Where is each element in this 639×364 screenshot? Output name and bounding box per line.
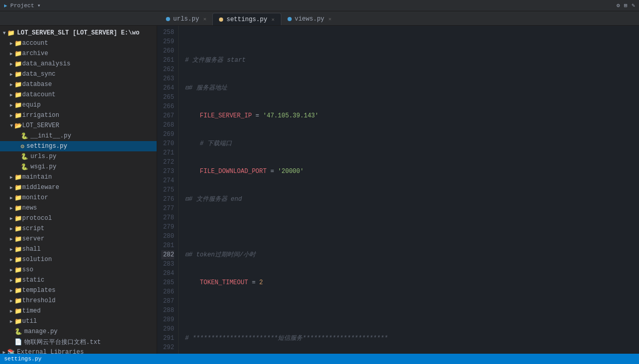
folder-icon-datacount: 📁 (14, 91, 22, 99)
sidebar-item-util[interactable]: ▶ 📁 util (0, 316, 157, 326)
sidebar-item-urls[interactable]: ▶ 🐍 urls.py (0, 151, 157, 162)
sidebar-item-protocol[interactable]: ▶ 📁 protocol (0, 213, 157, 223)
file-icon-init: 🐍 (21, 132, 28, 140)
tree-root: ▶ 📁 LOT_SERVER_SLT [LOT_SERVER] E:\wo ▶ … (0, 26, 157, 354)
arrow-shall: ▶ (8, 247, 14, 252)
code-editor[interactable]: 258 259 260 261 262 263 264 265 266 267 … (157, 26, 639, 354)
file-icon-urls: 🐍 (21, 153, 28, 161)
sidebar-item-external-libraries[interactable]: ▶ 📚 External Libraries (0, 347, 157, 354)
tab-views-py[interactable]: views.py ✕ (281, 13, 338, 25)
folder-icon-irrigation: 📁 (14, 112, 22, 119)
sidebar-item-equip[interactable]: ▶ 📁 equip (0, 100, 157, 110)
tab-settings-py[interactable]: settings.py ✕ (212, 13, 281, 25)
sidebar-item-static[interactable]: ▶ 📁 static (0, 275, 157, 285)
toolbar-icon-3[interactable]: ✎ (631, 2, 635, 9)
sidebar-item-maintain[interactable]: ▶ 📁 maintain (0, 172, 157, 182)
sidebar-item-database[interactable]: ▶ 📁 database (0, 79, 157, 90)
sidebar-item-datacount[interactable]: ▶ 📁 datacount (0, 90, 157, 100)
label-wsgi: wsgi.py (30, 163, 56, 170)
tab-urls-py[interactable]: urls.py ✕ (160, 13, 212, 25)
sidebar-item-threshold[interactable]: ▶ 📁 threshold (0, 296, 157, 306)
label-threshold: threshold (22, 297, 56, 304)
arrow-external: ▶ (1, 350, 7, 354)
sidebar-item-shall[interactable]: ▶ 📁 shall (0, 244, 157, 254)
folder-icon-sso: 📁 (14, 266, 22, 274)
title-bar-left: ▶ Project ▾ (4, 2, 41, 9)
folder-icon-server: 📁 (14, 235, 22, 243)
arrow-threshold: ▶ (8, 298, 14, 304)
toolbar-icon-2[interactable]: ⊞ (624, 2, 628, 9)
toolbar-icon-1[interactable]: ⚙ (616, 2, 620, 9)
sidebar-item-lot-server[interactable]: ▶ 📂 LOT_SERVER (0, 120, 157, 131)
folder-icon-archive: 📁 (14, 50, 22, 58)
tab-dot-views (288, 17, 292, 21)
tab-close-urls[interactable]: ✕ (203, 16, 206, 22)
project-label: Project (10, 3, 34, 9)
folder-icon-database: 📁 (14, 81, 22, 89)
arrow-root: ▶ (2, 30, 7, 36)
tab-label-settings: settings.py (226, 16, 267, 23)
tab-close-views[interactable]: ✕ (328, 16, 331, 22)
title-bar: ▶ Project ▾ ⚙ ⊞ ✎ (0, 0, 639, 11)
sidebar-item-archive[interactable]: ▶ 📁 archive (0, 48, 157, 59)
sidebar-item-timed[interactable]: ▶ 📁 timed (0, 306, 157, 316)
sidebar-item-api-doc[interactable]: ▶ 📄 物联网云平台接口文档.txt (0, 337, 157, 347)
label-irrigation: irrigation (22, 112, 59, 119)
sidebar-item-account[interactable]: ▶ 📁 account (0, 38, 157, 48)
folder-icon-static: 📁 (14, 276, 22, 284)
code-lines: # 文件服务器 start ⊟# 服务器地址 FILE_SERVER_IP = … (179, 26, 639, 354)
sidebar-item-news[interactable]: ▶ 📁 news (0, 203, 157, 213)
tab-dot-urls (166, 17, 170, 21)
arrow-maintain: ▶ (8, 175, 14, 180)
label-news: news (22, 204, 37, 212)
project-dropdown[interactable]: ▾ (37, 2, 41, 9)
file-icon-manage: 🐍 (14, 328, 22, 336)
folder-icon-equip: 📁 (14, 101, 22, 109)
sidebar-item-sso[interactable]: ▶ 📁 sso (0, 265, 157, 275)
label-settings: settings.py (26, 143, 67, 150)
label-static: static (22, 276, 44, 284)
sidebar-item-data-analysis[interactable]: ▶ 📁 data_analysis (0, 59, 157, 69)
folder-icon-script: 📁 (14, 225, 22, 233)
sidebar-item-wsgi[interactable]: ▶ 🐍 wsgi.py (0, 162, 157, 172)
label-data-sync: data_sync (22, 71, 56, 78)
label-server: server (22, 235, 44, 242)
sidebar-item-solution[interactable]: ▶ 📁 solution (0, 254, 157, 265)
folder-icon-timed: 📁 (14, 307, 22, 315)
status-filename: settings.py (4, 356, 42, 362)
sidebar-item-irrigation[interactable]: ▶ 📁 irrigation (0, 110, 157, 120)
arrow-news: ▶ (8, 205, 14, 211)
folder-icon-solution: 📁 (14, 256, 22, 264)
sidebar-item-templates[interactable]: ▶ 📁 templates (0, 285, 157, 296)
arrow-archive: ▶ (8, 51, 14, 57)
sidebar-item-init[interactable]: ▶ 🐍 __init__.py (0, 131, 157, 141)
sidebar-item-middleware[interactable]: ▶ 📁 middleware (0, 182, 157, 193)
sidebar-item-script[interactable]: ▶ 📁 script (0, 223, 157, 234)
label-datacount: datacount (22, 91, 56, 98)
sidebar-item-monitor[interactable]: ▶ 📁 monitor (0, 193, 157, 203)
main-area: ▶ 📁 LOT_SERVER_SLT [LOT_SERVER] E:\wo ▶ … (0, 26, 639, 354)
sidebar-item-manage[interactable]: ▶ 🐍 manage.py (0, 326, 157, 337)
root-folder-icon: 📁 (7, 29, 15, 37)
file-tree: ▶ 📁 LOT_SERVER_SLT [LOT_SERVER] E:\wo ▶ … (0, 26, 157, 354)
tab-close-settings[interactable]: ✕ (272, 16, 275, 23)
label-urls: urls.py (30, 153, 56, 160)
arrow-templates: ▶ (8, 288, 14, 293)
tree-root-folder[interactable]: ▶ 📁 LOT_SERVER_SLT [LOT_SERVER] E:\wo (0, 28, 157, 38)
sidebar-item-data-sync[interactable]: ▶ 📁 data_sync (0, 69, 157, 79)
label-shall: shall (22, 246, 41, 253)
tab-dot-settings (219, 18, 223, 22)
label-manage: manage.py (24, 328, 58, 335)
arrow-timed: ▶ (8, 308, 14, 314)
arrow-data-analysis: ▶ (8, 61, 14, 67)
label-archive: archive (22, 50, 48, 57)
external-icon: 📚 (7, 349, 15, 354)
sidebar-item-server[interactable]: ▶ 📁 server (0, 234, 157, 244)
file-icon-wsgi: 🐍 (21, 163, 28, 171)
label-maintain: maintain (22, 174, 52, 181)
arrow-equip: ▶ (8, 102, 14, 108)
folder-icon-util: 📁 (14, 318, 22, 325)
project-icon: ▶ (4, 3, 7, 9)
sidebar-item-settings[interactable]: ▶ ⚙ settings.py (0, 141, 157, 151)
folder-icon-lot-server: 📂 (14, 122, 22, 130)
